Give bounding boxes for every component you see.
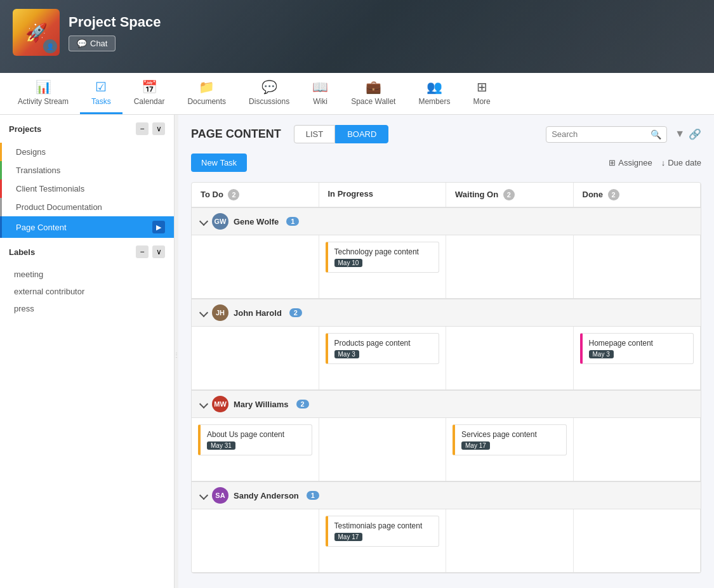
assignee-row-gene[interactable]: GW Gene Wolfe 1 [192,207,701,235]
sandy-chevron-icon [199,491,208,500]
projects-expand-button[interactable]: ∨ [152,122,165,135]
labels-minus-button[interactable]: − [136,245,149,258]
gene-tasks-section: Technology page content May 10 [192,235,701,299]
col-header-todo: To Do 2 [192,183,319,207]
sidebar-item-translations[interactable]: Translations [0,161,174,180]
labels-expand-button[interactable]: ∨ [152,245,165,258]
wiki-icon: 📖 [312,79,328,95]
col-header-done: Done 2 [574,183,701,207]
task-title: Products page content [334,339,433,348]
label-item-press[interactable]: press [0,300,174,317]
list-view-button[interactable]: LIST [294,125,335,143]
labels-section-header: Labels − ∨ [0,238,174,266]
mary-todo-col: About Us page content May 31 [192,418,319,481]
members-icon: 👥 [426,79,442,95]
sort-controls: ⊞ Assignee ↓ Due date [609,158,701,167]
content-area: PAGE CONTENT LIST BOARD 🔍 ▼ 🔗 New Task [178,115,714,588]
assignee-row-john[interactable]: JH John Harold 2 [192,299,701,327]
sandy-count: 1 [307,491,319,500]
mary-count: 2 [296,400,309,408]
mary-waiting-col: Services page content May 17 [446,418,574,481]
gene-waiting-col [446,235,574,298]
col-header-in-progress: In Progress [319,183,447,207]
activity-stream-icon: 📊 [36,79,51,95]
sandy-waiting-col [446,509,574,572]
task-title: Technology page content [334,247,433,256]
toolbar: New Task ⊞ Assignee ↓ Due date [191,154,701,172]
active-arrow-icon: ▶ [152,221,165,233]
task-card[interactable]: Homepage content May 3 [580,333,694,364]
task-card[interactable]: Services page content May 17 [453,424,567,455]
mary-tasks-section: About Us page content May 31 Services pa… [192,418,701,481]
nav-documents[interactable]: 📁 Documents [176,73,237,114]
app-logo: 👤 [13,9,60,56]
task-date: May 31 [207,441,235,450]
sandy-name: Sandy Anderson [234,491,299,500]
due-date-sort-button[interactable]: ↓ Due date [661,158,701,167]
board-view-button[interactable]: BOARD [335,125,388,143]
sidebar-item-designs[interactable]: Designs [0,143,174,161]
new-task-button[interactable]: New Task [191,154,247,172]
gene-done-col [574,235,701,298]
task-card[interactable]: Testimonials page content May 17 [326,516,440,547]
search-icon: 🔍 [651,129,661,140]
nav-discussions[interactable]: 💬 Discussions [237,73,301,114]
sidebar-item-client-testimonials[interactable]: Client Testimonials [0,180,174,198]
assignee-sort-icon: ⊞ [609,158,616,167]
done-badge: 2 [608,189,619,200]
task-card[interactable]: About Us page content May 31 [198,424,312,455]
filter-icon[interactable]: ▼ [675,128,685,140]
gene-count: 1 [286,217,299,226]
gene-name: Gene Wolfe [234,217,279,226]
assignee-row-mary[interactable]: MW Mary Williams 2 [192,390,701,418]
task-card[interactable]: Products page content May 3 [326,333,440,364]
label-item-meeting[interactable]: meeting [0,266,174,283]
page-title: PAGE CONTENT [191,127,281,141]
todo-badge: 2 [228,189,239,200]
documents-icon: 📁 [199,79,215,95]
mary-done-col [574,418,701,481]
search-input[interactable] [552,129,647,139]
john-name: John Harold [234,308,282,318]
label-item-external-contributor[interactable]: external contributor [0,283,174,300]
discussions-icon: 💬 [261,79,277,95]
board: To Do 2 In Progress Waiting On 2 Done 2 [191,182,701,573]
link-icon[interactable]: 🔗 [689,128,701,140]
due-date-sort-icon: ↓ [661,158,666,167]
tasks-icon: ☑ [95,79,107,95]
task-date: May 3 [334,350,359,358]
nav-calendar[interactable]: 📅 Calendar [122,73,176,114]
task-card[interactable]: Technology page content May 10 [326,242,440,273]
nav-activity-stream[interactable]: 📊 Activity Stream [6,73,80,114]
gene-todo-col [192,235,319,298]
sandy-done-col [574,509,701,572]
task-title: Services page content [461,430,560,439]
john-waiting-col [446,327,574,389]
task-date: May 17 [461,441,490,450]
task-date: May 17 [334,533,363,541]
john-todo-col [192,327,319,389]
search-bar: 🔍 [546,126,667,143]
col-header-waiting: Waiting On 2 [446,183,574,207]
sidebar-item-product-documentation[interactable]: Product Documentation [0,198,174,216]
gene-inprogress-col: Technology page content May 10 [319,235,447,298]
sandy-inprogress-col: Testimonials page content May 17 [319,509,447,572]
john-chevron-icon [199,308,208,317]
mary-inprogress-col [319,418,447,481]
app-title: Project Space [69,14,161,30]
nav-wiki[interactable]: 📖 Wiki [301,73,340,114]
assignee-row-sandy[interactable]: SA Sandy Anderson 1 [192,481,701,509]
chat-button[interactable]: 💬 Chat [69,36,116,51]
john-inprogress-col: Products page content May 3 [319,327,447,389]
assignee-sort-button[interactable]: ⊞ Assignee [609,158,652,167]
nav-members[interactable]: 👥 Members [407,73,461,114]
mary-name: Mary Williams [234,400,289,409]
nav-space-wallet[interactable]: 💼 Space Wallet [340,73,407,114]
sidebar-item-page-content[interactable]: Page Content ▶ [0,216,174,238]
main-layout: Projects − ∨ Designs Translations Client… [0,115,714,588]
header: 👤 Project Space 💬 Chat [0,0,714,73]
nav-tasks[interactable]: ☑ Tasks [80,73,122,114]
projects-minus-button[interactable]: − [136,122,149,135]
nav-more[interactable]: ⊞ More [461,73,501,114]
sidebar: Projects − ∨ Designs Translations Client… [0,115,175,588]
